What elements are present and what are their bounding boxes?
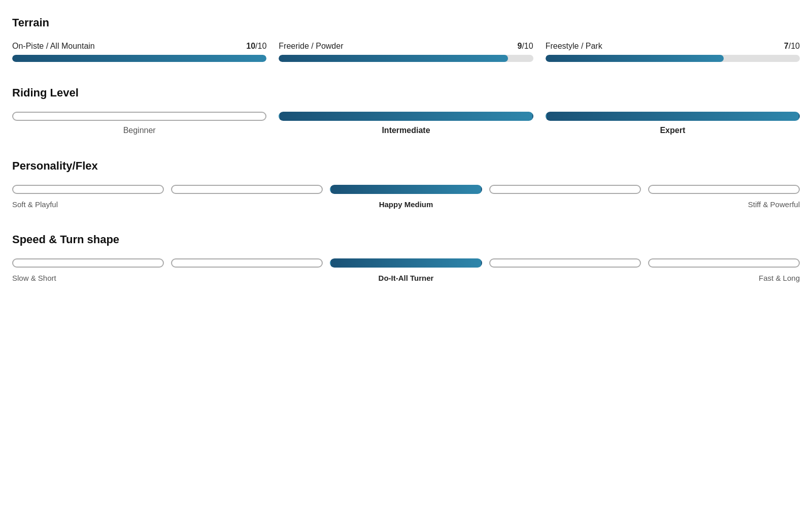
personality-seg-1 xyxy=(171,185,323,194)
speed-seg-3 xyxy=(489,258,641,268)
personality-label-right: Stiff & Powerful xyxy=(537,200,800,209)
terrain-section: Terrain On-Piste / All Mountain 10/10 Fr… xyxy=(12,16,800,62)
speed-label-left: Slow & Short xyxy=(12,274,275,282)
speed-turn-section: Speed & Turn shape Slow & Short Do-It-Al… xyxy=(12,233,800,282)
terrain-score-2: 7/10 xyxy=(784,42,800,51)
speed-seg-1 xyxy=(171,258,323,268)
riding-label-1: Intermediate xyxy=(382,126,430,135)
personality-seg-3 xyxy=(489,185,641,194)
personality-seg-2 xyxy=(330,185,482,194)
speed-turn-title: Speed & Turn shape xyxy=(12,233,800,246)
terrain-grid: On-Piste / All Mountain 10/10 Freeride /… xyxy=(12,42,800,62)
riding-level-item-0: Beginner xyxy=(12,112,266,135)
terrain-label-2: Freestyle / Park xyxy=(546,42,602,51)
terrain-track-0 xyxy=(12,55,266,62)
terrain-title: Terrain xyxy=(12,16,800,29)
speed-labels: Slow & Short Do-It-All Turner Fast & Lon… xyxy=(12,274,800,282)
speed-label-center: Do-It-All Turner xyxy=(275,274,537,282)
terrain-item-1: Freeride / Powder 9/10 xyxy=(279,42,533,62)
terrain-track-2 xyxy=(546,55,800,62)
speed-seg-4 xyxy=(648,258,800,268)
terrain-fill-2 xyxy=(546,55,724,62)
riding-pill-2 xyxy=(546,112,800,121)
riding-label-0: Beginner xyxy=(123,126,156,135)
riding-level-grid: Beginner Intermediate Expert xyxy=(12,112,800,135)
personality-seg-0 xyxy=(12,185,164,194)
riding-level-title: Riding Level xyxy=(12,86,800,100)
terrain-track-1 xyxy=(279,55,533,62)
terrain-label-1: Freeride / Powder xyxy=(279,42,343,51)
personality-labels: Soft & Playful Happy Medium Stiff & Powe… xyxy=(12,200,800,209)
terrain-fill-1 xyxy=(279,55,507,62)
riding-label-2: Expert xyxy=(660,126,685,135)
personality-segments xyxy=(12,185,800,194)
riding-level-item-1: Intermediate xyxy=(279,112,533,135)
speed-seg-2 xyxy=(330,258,482,268)
personality-seg-4 xyxy=(648,185,800,194)
personality-flex-title: Personality/Flex xyxy=(12,159,800,173)
speed-label-right: Fast & Long xyxy=(537,274,800,282)
terrain-label-0: On-Piste / All Mountain xyxy=(12,42,95,51)
riding-level-section: Riding Level Beginner Intermediate Exper… xyxy=(12,86,800,135)
personality-label-center: Happy Medium xyxy=(275,200,537,209)
riding-level-item-2: Expert xyxy=(546,112,800,135)
riding-pill-0 xyxy=(12,112,266,121)
speed-seg-0 xyxy=(12,258,164,268)
terrain-score-0: 10/10 xyxy=(246,42,266,51)
speed-segments xyxy=(12,258,800,268)
terrain-fill-0 xyxy=(12,55,266,62)
riding-pill-1 xyxy=(279,112,533,121)
terrain-score-1: 9/10 xyxy=(518,42,533,51)
personality-flex-section: Personality/Flex Soft & Playful Happy Me… xyxy=(12,159,800,209)
personality-label-left: Soft & Playful xyxy=(12,200,275,209)
terrain-item-2: Freestyle / Park 7/10 xyxy=(546,42,800,62)
terrain-item-0: On-Piste / All Mountain 10/10 xyxy=(12,42,266,62)
